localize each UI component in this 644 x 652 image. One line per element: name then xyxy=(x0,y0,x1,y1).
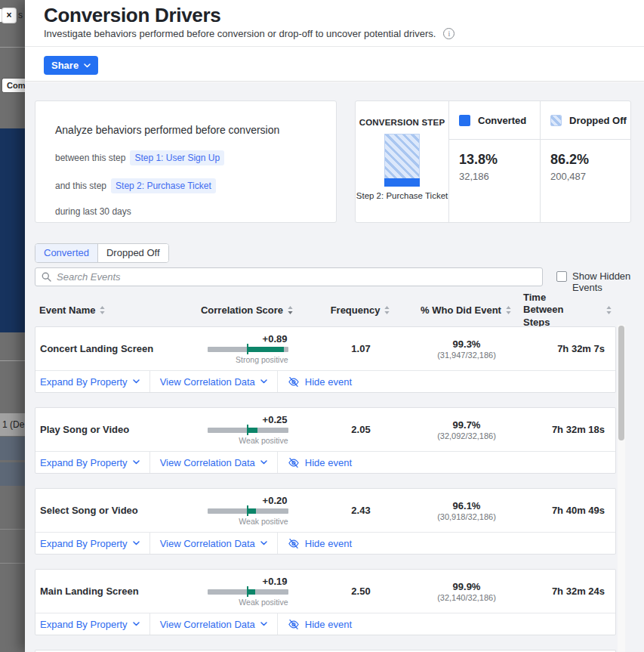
dropped-percentage: 86.2% xyxy=(550,152,630,168)
time-between-steps-value: 7h 40m 49s xyxy=(524,505,616,516)
chevron-down-icon xyxy=(260,460,267,465)
pct-fraction: (32,140/32,186) xyxy=(409,593,524,602)
column-header-pct-who-did-event[interactable]: % Who Did Event xyxy=(408,304,523,316)
and-step-label: and this step xyxy=(55,181,106,191)
step2-chip[interactable]: Step 2: Purchase Ticket xyxy=(111,178,216,193)
correlation-bar xyxy=(208,508,288,514)
event-row-card: Play Song or Video +0.25 Weak positive 2… xyxy=(35,407,616,474)
chevron-down-icon xyxy=(84,63,91,68)
eye-off-icon xyxy=(288,538,300,549)
correlation-score-value: +0.20 xyxy=(208,495,288,506)
share-button[interactable]: Share xyxy=(44,56,98,75)
correlation-bar-center-tick xyxy=(247,425,248,435)
page-subtitle: Investigate behaviors performed before c… xyxy=(44,28,436,39)
converted-percentage: 13.8% xyxy=(459,152,540,168)
bg-chart-area xyxy=(0,128,25,332)
show-hidden-events-label: Show Hidden Events xyxy=(572,270,634,293)
correlation-bar xyxy=(208,428,288,433)
pct-value: 96.1% xyxy=(409,500,524,511)
column-header-correlation-score[interactable]: Correlation Score xyxy=(182,304,312,316)
correlation-bar xyxy=(208,589,288,595)
hide-event-button[interactable]: Hide event xyxy=(278,452,362,473)
view-correlation-data-button[interactable]: View Correlation Data xyxy=(150,452,278,473)
sort-icon xyxy=(384,306,390,314)
correlation-strength-label: Weak positive xyxy=(208,436,288,445)
between-step-label: between this step xyxy=(55,153,125,163)
correlation-bar-fill xyxy=(248,589,255,595)
dropped-count: 200,487 xyxy=(550,171,630,182)
converted-legend-label: Converted xyxy=(478,115,526,126)
correlation-bar-center-tick xyxy=(247,505,248,516)
correlation-bar-center-tick xyxy=(247,586,248,597)
hide-event-button[interactable]: Hide event xyxy=(278,613,362,635)
chevron-down-icon xyxy=(133,379,140,384)
expand-by-property-button[interactable]: Expand By Property xyxy=(35,533,150,554)
pct-fraction: (31,947/32,186) xyxy=(409,351,524,360)
converted-count: 32,186 xyxy=(459,171,540,182)
time-between-steps-value: 7h 32m 7s xyxy=(524,343,616,354)
share-button-label: Share xyxy=(51,60,79,71)
tab-converted[interactable]: Converted xyxy=(35,244,98,262)
correlation-score-cell: +0.20 Weak positive xyxy=(208,495,288,526)
pct-value: 99.7% xyxy=(409,419,524,431)
bg-table-row xyxy=(0,462,25,486)
dropped-legend-swatch xyxy=(550,115,562,126)
tab-dropped-off[interactable]: Dropped Off xyxy=(98,244,168,262)
info-icon[interactable]: i xyxy=(443,28,454,39)
conversion-step-card: CONVERSION STEP Step 2: Purchase Ticket … xyxy=(355,100,631,223)
chevron-down-icon xyxy=(133,460,140,465)
expand-by-property-button[interactable]: Expand By Property xyxy=(35,371,150,392)
column-header-time-between-steps[interactable]: Time Between Steps xyxy=(523,292,616,329)
pct-who-did-cell: 96.1% (30,918/32,186) xyxy=(409,500,524,521)
analysis-headline: Analyze behaviors performed before conve… xyxy=(55,124,336,136)
eye-off-icon xyxy=(288,457,300,468)
column-header-frequency[interactable]: Frequency xyxy=(312,304,408,316)
pct-who-did-cell: 99.3% (31,947/32,186) xyxy=(409,338,524,360)
hide-event-button[interactable]: Hide event xyxy=(278,371,362,392)
show-hidden-events-checkbox[interactable] xyxy=(556,271,567,282)
correlation-strength-label: Weak positive xyxy=(208,517,288,526)
expand-by-property-button[interactable]: Expand By Property xyxy=(35,613,150,635)
bg-table-row xyxy=(0,437,25,460)
time-between-steps-value: 7h 32m 24s xyxy=(524,586,616,597)
scrollbar-track[interactable] xyxy=(618,325,625,652)
correlation-bar-fill xyxy=(248,428,257,433)
toolbar: Share xyxy=(25,48,644,82)
eye-off-icon xyxy=(288,619,300,630)
pct-fraction: (30,918/32,186) xyxy=(409,512,524,521)
view-correlation-data-button[interactable]: View Correlation Data xyxy=(150,371,278,392)
pct-value: 99.9% xyxy=(409,581,524,592)
frequency-value: 2.50 xyxy=(313,586,409,597)
event-row-actions: Expand By Property View Correlation Data… xyxy=(35,613,615,635)
bg-divider xyxy=(0,47,25,48)
view-correlation-data-button[interactable]: View Correlation Data xyxy=(150,533,278,554)
step1-chip[interactable]: Step 1: User Sign Up xyxy=(130,150,224,165)
event-row-card: Select Song or Video +0.20 Weak positive… xyxy=(35,488,616,555)
column-header-event-name[interactable]: Event Name xyxy=(35,304,182,316)
correlation-score-cell: +0.25 Weak positive xyxy=(208,414,288,445)
page-title: Conversion Drivers xyxy=(44,4,220,27)
event-row-actions: Expand By Property View Correlation Data… xyxy=(35,451,615,473)
view-correlation-data-button[interactable]: View Correlation Data xyxy=(150,613,278,635)
correlation-score-value: +0.19 xyxy=(208,576,288,587)
event-name: Select Song or Video xyxy=(35,505,183,516)
correlation-score-value: +0.89 xyxy=(208,333,288,345)
hide-event-button[interactable]: Hide event xyxy=(278,533,362,554)
bg-divider xyxy=(0,563,25,564)
conversion-step-label: CONVERSION STEP xyxy=(356,118,448,127)
event-row-actions: Expand By Property View Correlation Data… xyxy=(35,532,615,554)
chevron-down-icon xyxy=(133,541,140,545)
event-row-card: Concert Landing Screen +0.89 Strong posi… xyxy=(35,326,616,393)
scrollbar-thumb[interactable] xyxy=(618,326,624,440)
background-page-sliver: 1 (De × s Com xyxy=(0,0,25,652)
correlation-bar xyxy=(208,347,288,352)
dropped-legend-label: Dropped Off xyxy=(569,115,627,126)
correlation-score-cell: +0.19 Weak positive xyxy=(208,576,288,607)
chevron-down-icon xyxy=(133,622,140,626)
close-button[interactable]: × xyxy=(2,8,16,23)
eye-off-icon xyxy=(288,376,300,388)
correlation-strength-label: Weak positive xyxy=(208,598,288,607)
correlation-bar-fill xyxy=(248,347,284,352)
expand-by-property-button[interactable]: Expand By Property xyxy=(35,452,150,473)
search-input[interactable] xyxy=(57,271,536,283)
